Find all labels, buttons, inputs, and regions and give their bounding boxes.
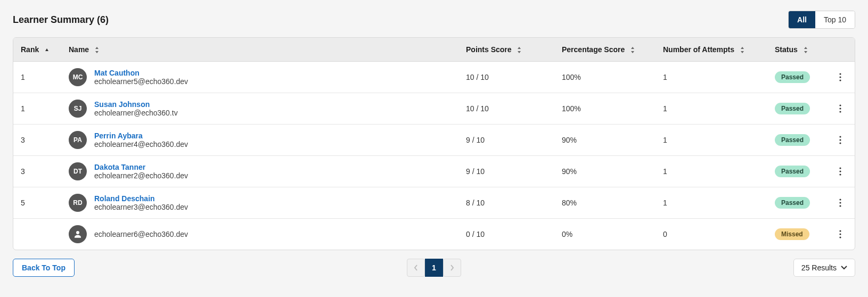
col-header-attempts-label: Number of Attempts: [663, 45, 734, 54]
sort-both-icon: [94, 46, 100, 54]
svg-point-13: [839, 80, 841, 81]
col-header-status[interactable]: Status: [767, 38, 826, 62]
learner-name-link[interactable]: Mat Cauthon: [94, 69, 188, 77]
learner-name-link[interactable]: Perrin Aybara: [94, 131, 188, 140]
avatar: PA: [69, 131, 87, 149]
cell-name: PAPerrin Aybaraecholearner4@echo360.dev: [61, 125, 458, 156]
svg-point-29: [839, 237, 841, 238]
table-row: 1MCMat Cauthonecholearner5@echo360.dev10…: [13, 62, 855, 93]
cell-attempts: 1: [656, 187, 767, 219]
sort-asc-icon: [44, 47, 50, 53]
svg-marker-7: [741, 47, 744, 49]
chevron-down-icon: [841, 266, 847, 270]
results-per-page-dropdown[interactable]: 25 Results: [793, 259, 855, 277]
cell-attempts: 0: [656, 219, 767, 250]
sort-both-icon: [740, 46, 745, 54]
cell-percentage: 0%: [554, 219, 656, 250]
row-actions-menu-button[interactable]: [834, 165, 847, 178]
cell-status: Passed: [767, 125, 826, 156]
status-badge: Missed: [775, 228, 809, 240]
sort-both-icon: [517, 46, 522, 54]
learner-name-link[interactable]: Dakota Tanner: [94, 163, 188, 171]
svg-point-25: [839, 205, 841, 207]
col-header-percentage[interactable]: Percentage Score: [554, 38, 656, 62]
cell-rank: 3: [13, 156, 61, 187]
learner-email: echolearner4@echo360.dev: [94, 140, 188, 148]
status-badge: Passed: [775, 134, 810, 146]
cell-points: 8 / 10: [458, 187, 554, 219]
cell-attempts: 1: [656, 93, 767, 125]
results-per-page-label: 25 Results: [801, 263, 837, 272]
learner-email: echolearner@echo360.tv: [94, 109, 178, 117]
avatar: MC: [69, 68, 87, 86]
cell-status: Passed: [767, 93, 826, 125]
pager-next-button[interactable]: [443, 259, 461, 277]
back-to-top-button[interactable]: Back To Top: [13, 259, 75, 277]
cell-percentage: 100%: [554, 93, 656, 125]
table-row: 5RDRoland Deschainecholearner3@echo360.d…: [13, 187, 855, 219]
svg-marker-3: [518, 47, 521, 49]
panel-header: Learner Summary (6) All Top 10: [13, 11, 855, 29]
svg-point-21: [839, 171, 841, 172]
cell-name: DTDakota Tannerecholearner2@echo360.dev: [61, 156, 458, 187]
summary-table: Rank Name Points Score: [13, 37, 855, 250]
svg-point-16: [839, 111, 841, 113]
svg-marker-1: [95, 47, 99, 49]
sort-both-icon: [630, 46, 635, 54]
avatar: RD: [69, 194, 87, 212]
learner-name-link[interactable]: Roland Deschain: [94, 194, 188, 203]
table-row: echolearner6@echo360.dev0 / 100%0Missed: [13, 219, 855, 250]
table-row: 3DTDakota Tannerecholearner2@echo360.dev…: [13, 156, 855, 187]
cell-name: echolearner6@echo360.dev: [61, 219, 458, 250]
pager-current-page[interactable]: 1: [425, 259, 443, 277]
tab-top10[interactable]: Top 10: [815, 11, 855, 28]
status-badge: Passed: [775, 71, 810, 83]
tab-all[interactable]: All: [789, 11, 815, 28]
col-header-rank-label: Rank: [21, 45, 39, 54]
row-actions-menu-button[interactable]: [834, 134, 847, 146]
col-header-attempts[interactable]: Number of Attempts: [656, 38, 767, 62]
learner-email: echolearner6@echo360.dev: [94, 230, 188, 238]
col-header-name-label: Name: [69, 45, 89, 54]
cell-points: 0 / 10: [458, 219, 554, 250]
cell-attempts: 1: [656, 125, 767, 156]
pagination: 1: [407, 259, 461, 277]
cell-attempts: 1: [656, 62, 767, 93]
cell-actions: [826, 156, 855, 187]
cell-percentage: 90%: [554, 125, 656, 156]
svg-point-24: [839, 202, 841, 204]
cell-percentage: 90%: [554, 156, 656, 187]
row-actions-menu-button[interactable]: [834, 71, 847, 84]
svg-marker-8: [741, 51, 744, 53]
cell-points: 9 / 10: [458, 125, 554, 156]
row-actions-menu-button[interactable]: [834, 228, 847, 241]
chevron-left-icon: [413, 265, 419, 271]
cell-status: Passed: [767, 62, 826, 93]
learner-name-link[interactable]: Susan Johnson: [94, 100, 178, 109]
cell-attempts: 1: [656, 156, 767, 187]
panel-title: Learner Summary (6): [13, 14, 109, 26]
cell-status: Missed: [767, 219, 826, 250]
svg-marker-5: [631, 47, 634, 49]
svg-point-26: [76, 231, 79, 234]
learner-summary-panel: Learner Summary (6) All Top 10 Rank Name: [0, 0, 868, 287]
cell-rank: 1: [13, 93, 61, 125]
col-header-name[interactable]: Name: [61, 38, 458, 62]
learner-email: echolearner5@echo360.dev: [94, 77, 188, 86]
cell-rank: [13, 219, 61, 250]
cell-percentage: 80%: [554, 187, 656, 219]
sort-both-icon: [803, 46, 808, 54]
cell-actions: [826, 93, 855, 125]
svg-point-22: [839, 174, 841, 176]
chevron-right-icon: [449, 265, 455, 271]
pager-prev-button[interactable]: [407, 259, 425, 277]
svg-point-28: [839, 234, 841, 235]
learner-email: echolearner3@echo360.dev: [94, 203, 188, 211]
cell-name: SJSusan Johnsonecholearner@echo360.tv: [61, 93, 458, 125]
cell-name: RDRoland Deschainecholearner3@echo360.de…: [61, 187, 458, 219]
col-header-rank[interactable]: Rank: [13, 38, 61, 62]
row-actions-menu-button[interactable]: [834, 102, 847, 115]
col-header-status-label: Status: [775, 45, 798, 54]
col-header-points[interactable]: Points Score: [458, 38, 554, 62]
row-actions-menu-button[interactable]: [834, 196, 847, 209]
